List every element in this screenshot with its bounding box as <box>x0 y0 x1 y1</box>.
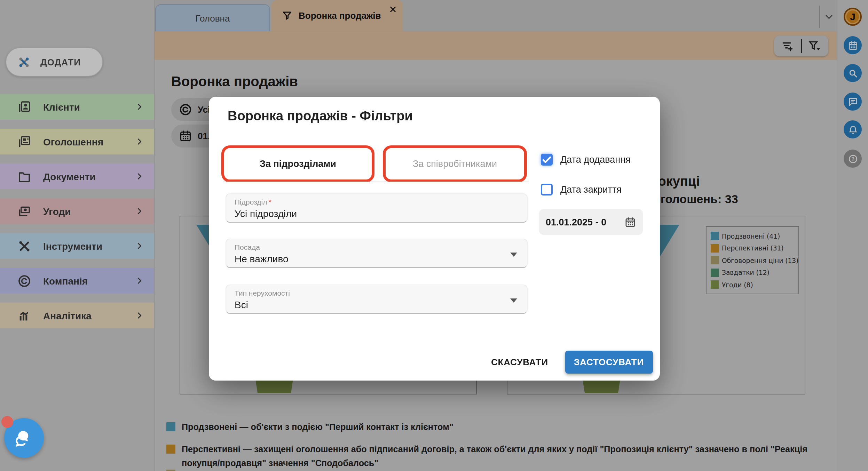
field-1[interactable]: Підрозділ*Усі підрозділи <box>226 193 528 223</box>
calendar-icon <box>624 216 636 228</box>
filters-modal: Воронка продажів - Фільтри За підрозділа… <box>209 97 660 381</box>
modal-tab-by-departments-label: За підрозділами <box>260 159 336 169</box>
checkbox-checked[interactable] <box>541 154 553 166</box>
field-3[interactable]: Тип нерухомостіВсі <box>226 285 528 314</box>
modal-tab-by-departments[interactable]: За підрозділами <box>221 145 374 182</box>
checkbox-label: Дата закриття <box>560 184 622 195</box>
modal-tab-by-employees[interactable]: За співробітниками <box>383 145 527 182</box>
field-label: Посада <box>235 243 519 251</box>
checkbox-row-1[interactable]: Дата додавання <box>541 154 631 166</box>
date-range-field[interactable]: 01.01.2025 - 0 <box>539 209 643 235</box>
field-label: Тип нерухомості <box>235 289 519 297</box>
cancel-button[interactable]: СКАСУВАТИ <box>484 351 555 373</box>
modal-tab-by-employees-label: За співробітниками <box>413 159 497 169</box>
modal-footer: СКАСУВАТИ ЗАСТОСУВАТИ <box>484 351 653 374</box>
chat-notification-dot <box>1 416 13 428</box>
checkbox-row-2[interactable]: Дата закриття <box>541 184 622 195</box>
checkbox-label: Дата додавання <box>560 154 631 165</box>
dropdown-caret-icon <box>510 298 517 303</box>
field-2[interactable]: ПосадаНе важливо <box>226 239 528 268</box>
date-range-value: 01.01.2025 - 0 <box>546 217 606 227</box>
modal-title: Воронка продажів - Фільтри <box>228 109 413 124</box>
apply-button[interactable]: ЗАСТОСУВАТИ <box>565 351 653 374</box>
app-screen: ДОДАТИ КлієнтиОголошенняДокументиУгодиІн… <box>0 0 868 471</box>
modal-tabs-underline <box>223 182 529 182</box>
field-value: Усі підрозділи <box>235 208 519 219</box>
checkbox-unchecked[interactable] <box>541 184 553 195</box>
required-asterisk: * <box>269 198 271 206</box>
field-label: Підрозділ* <box>235 198 519 206</box>
chat-bubbles-icon <box>14 428 34 448</box>
field-value: Не важливо <box>235 253 519 264</box>
dropdown-caret-icon <box>510 253 517 257</box>
field-value: Всі <box>235 299 519 310</box>
